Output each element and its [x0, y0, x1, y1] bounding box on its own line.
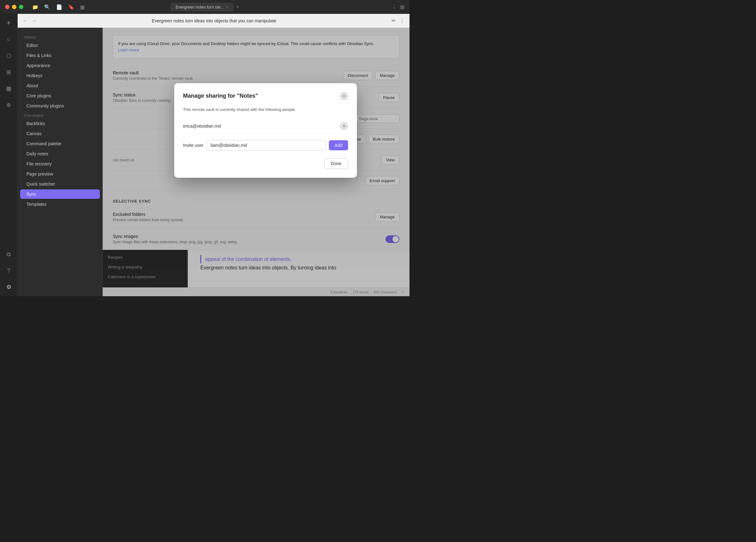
- icon-sidebar: ✈ ○ ⬡ ⊞ ▦ ⊕ ⧉ ? ⚙: [0, 14, 18, 296]
- options-section-label: Options: [18, 33, 102, 40]
- chevron-down-icon[interactable]: ⌄: [392, 4, 396, 10]
- titlebar: 📁 🔍 📄 🔖 ▦ Evergreen notes turn ide... × …: [0, 0, 409, 14]
- settings-item-community-plugins[interactable]: Community plugins: [20, 101, 100, 111]
- close-window-button[interactable]: [5, 5, 9, 9]
- sharing-modal-title: Manage sharing for "Notes": [183, 93, 258, 99]
- bookmarks-icon[interactable]: 🔖: [68, 4, 74, 10]
- settings-panel: Options Editor Files & Links Appearance …: [18, 28, 103, 296]
- traffic-lights: [5, 5, 23, 9]
- settings-item-file-recovery[interactable]: File recovery: [20, 159, 100, 168]
- shared-user-email: erica@obsidian.md: [183, 123, 221, 128]
- settings-item-quick-switcher[interactable]: Quick switcher: [20, 179, 100, 189]
- sidebar-item-grid[interactable]: ⊞: [3, 67, 14, 77]
- titlebar-center: Evergreen notes turn ide... × +: [171, 3, 239, 11]
- settings-item-hotkeys[interactable]: Hotkeys: [20, 71, 100, 80]
- settings-item-canvas[interactable]: Canvas: [20, 129, 100, 138]
- edit-icon[interactable]: ✏: [392, 18, 396, 24]
- sidebar-item-copy[interactable]: ⧉: [3, 249, 14, 259]
- more-options-icon[interactable]: ⋮: [399, 18, 404, 24]
- sharing-modal-desc: This remote vault is currently shared wi…: [183, 106, 348, 113]
- sidebar-item-help[interactable]: ?: [3, 265, 14, 276]
- sidebar-item-search[interactable]: ○: [3, 34, 14, 45]
- tab-title: Evergreen notes turn ide...: [176, 5, 224, 9]
- sidebar-item-settings[interactable]: ⚙: [3, 282, 14, 293]
- settings-item-daily-notes[interactable]: Daily notes: [20, 149, 100, 158]
- sharing-modal: Manage sharing for "Notes" × This remote…: [174, 83, 357, 178]
- sidebar-item-calendar[interactable]: ▦: [3, 83, 14, 94]
- sidebar-item-graph[interactable]: ⬡: [3, 50, 14, 61]
- done-button[interactable]: Done: [324, 158, 348, 169]
- search-icon[interactable]: 🔍: [44, 4, 50, 10]
- sharing-modal-overlay: Manage sharing for "Notes" × This remote…: [103, 28, 409, 296]
- invite-row: Invite user Add: [183, 140, 348, 151]
- maximize-window-button[interactable]: [19, 5, 23, 9]
- settings-item-core-plugins[interactable]: Core plugins: [20, 91, 100, 100]
- settings-item-templates[interactable]: Templates: [20, 199, 100, 209]
- settings-item-sync[interactable]: Sync: [20, 189, 100, 199]
- titlebar-right: ⌄ ▧: [392, 4, 404, 10]
- remove-user-button[interactable]: ×: [340, 122, 348, 130]
- invite-label: Invite user: [183, 143, 203, 148]
- settings-item-backlinks[interactable]: Backlinks: [20, 119, 100, 128]
- file-icon[interactable]: 📄: [56, 4, 62, 10]
- shared-user-row: erica@obsidian.md ×: [183, 119, 348, 134]
- sidebar-item-navigation[interactable]: ✈: [3, 18, 14, 28]
- settings-item-command-palette[interactable]: Command palette: [20, 139, 100, 148]
- add-tab-button[interactable]: +: [236, 4, 239, 10]
- settings-item-editor[interactable]: Editor: [20, 41, 100, 50]
- sidebar-item-tag[interactable]: ⊕: [3, 100, 14, 110]
- main-layout: ✈ ○ ⬡ ⊞ ▦ ⊕ ⧉ ? ⚙ ← → Evergreen notes tu…: [0, 14, 409, 296]
- tab-close-button[interactable]: ×: [226, 5, 228, 9]
- main-body: Options Editor Files & Links Appearance …: [18, 28, 409, 296]
- back-button[interactable]: ←: [23, 18, 28, 24]
- core-plugins-section-label: Core plugins: [18, 111, 102, 118]
- panel-icon[interactable]: ▦: [80, 4, 85, 10]
- invite-input[interactable]: [207, 140, 326, 151]
- split-view-icon[interactable]: ▧: [400, 4, 404, 10]
- settings-item-appearance[interactable]: Appearance: [20, 61, 100, 70]
- page-title: Evergreen notes turn ideas into objects …: [40, 18, 388, 23]
- modal-footer: Done: [183, 158, 348, 169]
- right-panel: If you are using iCloud Drive, your Docu…: [103, 28, 409, 296]
- active-tab[interactable]: Evergreen notes turn ide... ×: [171, 3, 234, 11]
- sharing-modal-header: Manage sharing for "Notes" ×: [183, 92, 348, 100]
- settings-item-page-preview[interactable]: Page preview: [20, 169, 100, 179]
- folder-icon[interactable]: 📁: [32, 4, 38, 10]
- titlebar-icons: 📁 🔍 📄 🔖 ▦: [32, 4, 85, 10]
- settings-item-about[interactable]: About: [20, 81, 100, 90]
- add-user-button[interactable]: Add: [329, 140, 348, 150]
- minimize-window-button[interactable]: [12, 5, 16, 9]
- content-wrapper: ← → Evergreen notes turn ideas into obje…: [18, 14, 409, 296]
- sharing-modal-close-button[interactable]: ×: [340, 92, 348, 100]
- content-actions: ✏ ⋮: [392, 18, 404, 24]
- settings-item-files-links[interactable]: Files & Links: [20, 51, 100, 60]
- content-toolbar: ← → Evergreen notes turn ideas into obje…: [18, 14, 409, 28]
- forward-button[interactable]: →: [31, 18, 37, 24]
